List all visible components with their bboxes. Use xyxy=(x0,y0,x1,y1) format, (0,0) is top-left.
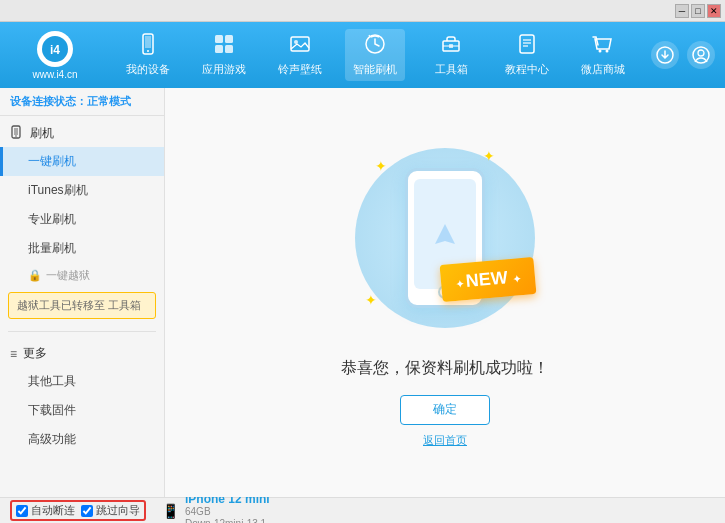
sparkle-2: ✦ xyxy=(483,148,495,164)
nav-tutorial-label: 教程中心 xyxy=(505,62,549,77)
new-badge-text: NEW xyxy=(465,267,509,291)
sidebar-item-one-click[interactable]: 一键刷机 xyxy=(0,147,164,176)
skip-wizard-checkbox[interactable] xyxy=(81,505,93,517)
sidebar-flash-header[interactable]: 刷机 xyxy=(0,120,164,147)
sidebar-more-section: ≡ 更多 其他工具 下载固件 高级功能 xyxy=(0,336,164,458)
nav-tutorial[interactable]: 教程中心 xyxy=(497,29,557,81)
maximize-button[interactable]: □ xyxy=(691,4,705,18)
device-phone-icon: 📱 xyxy=(162,503,179,519)
nav-tools-label: 工具箱 xyxy=(435,62,468,77)
wallpaper-icon xyxy=(289,33,311,60)
tools-icon xyxy=(440,33,462,60)
device-sub-info: 64GB Down-12mini-13,1 xyxy=(185,506,270,524)
minimize-button[interactable]: ─ xyxy=(675,4,689,18)
nav-wallpaper[interactable]: 铃声壁纸 xyxy=(270,29,330,81)
batch-label: 批量刷机 xyxy=(28,240,76,257)
checkbox-highlight-box: 自动断连 跳过向导 xyxy=(10,500,146,521)
advanced-label: 高级功能 xyxy=(28,431,76,448)
nav-apps[interactable]: 应用游戏 xyxy=(194,29,254,81)
nav-tools[interactable]: 工具箱 xyxy=(421,29,481,81)
main-layout: 设备连接状态：正常模式 刷机 一键刷机 iTunes刷机 xyxy=(0,88,725,497)
logo[interactable]: i4 www.i4.cn xyxy=(10,31,100,80)
apps-icon xyxy=(213,33,235,60)
close-button[interactable]: ✕ xyxy=(707,4,721,18)
itunes-label: iTunes刷机 xyxy=(28,182,88,199)
nav-weidian[interactable]: 微店商城 xyxy=(573,29,633,81)
sidebar-item-itunes[interactable]: iTunes刷机 xyxy=(0,176,164,205)
svg-point-4 xyxy=(147,50,149,52)
svg-point-10 xyxy=(294,40,298,44)
nav-bar: 我的设备 应用游戏 铃声壁纸 xyxy=(110,29,641,81)
svg-point-26 xyxy=(15,135,17,137)
svg-rect-8 xyxy=(225,45,233,53)
one-click-label: 一键刷机 xyxy=(28,153,76,170)
bottom-bar: 自动断连 跳过向导 📱 iPhone 12 mini 64GB Down-12m… xyxy=(0,497,725,523)
sidebar-item-advanced[interactable]: 高级功能 xyxy=(0,425,164,454)
success-message: 恭喜您，保资料刷机成功啦！ xyxy=(341,358,549,379)
download-fw-label: 下载固件 xyxy=(28,402,76,419)
auto-close-checkbox[interactable] xyxy=(16,505,28,517)
svg-point-23 xyxy=(698,50,704,56)
svg-point-19 xyxy=(598,50,601,53)
sidebar: 设备连接状态：正常模式 刷机 一键刷机 iTunes刷机 xyxy=(0,88,165,497)
sparkle-1: ✦ xyxy=(375,158,387,174)
nav-weidian-label: 微店商城 xyxy=(581,62,625,77)
other-tools-label: 其他工具 xyxy=(28,373,76,390)
lock-icon: 🔒 xyxy=(28,269,42,282)
svg-rect-15 xyxy=(520,35,534,53)
nav-wallpaper-label: 铃声壁纸 xyxy=(278,62,322,77)
svg-rect-25 xyxy=(14,128,18,135)
nav-smart[interactable]: 智能刷机 xyxy=(345,29,405,81)
sidebar-notice: 越狱工具已转移至 工具箱 xyxy=(8,292,156,319)
title-bar: ─ □ ✕ xyxy=(0,0,725,22)
svg-rect-5 xyxy=(215,35,223,43)
sidebar-more-header[interactable]: ≡ 更多 xyxy=(0,340,164,367)
new-badge: NEW xyxy=(440,256,537,301)
locked-label: 一键越狱 xyxy=(46,268,90,283)
confirm-button[interactable]: 确定 xyxy=(400,395,490,425)
retry-link[interactable]: 返回首页 xyxy=(423,433,467,448)
logo-icon: i4 xyxy=(37,31,73,67)
nav-apps-label: 应用游戏 xyxy=(202,62,246,77)
status-label: 设备连接状态： xyxy=(10,95,87,107)
tutorial-icon xyxy=(516,33,538,60)
sidebar-item-pro[interactable]: 专业刷机 xyxy=(0,205,164,234)
flash-section-label: 刷机 xyxy=(30,125,54,142)
nav-device[interactable]: 我的设备 xyxy=(118,29,178,81)
svg-rect-3 xyxy=(145,36,151,48)
status-value: 正常模式 xyxy=(87,95,131,107)
weidian-icon xyxy=(592,33,614,60)
skip-wizard-label[interactable]: 跳过向导 xyxy=(96,503,140,518)
sparkle-3: ✦ xyxy=(365,292,377,308)
skip-wizard-checkbox-item[interactable]: 跳过向导 xyxy=(81,503,140,518)
content-area: ✦ ✦ ✦ NEW 恭喜您，保资料刷机成功啦！ 确定 返回首页 xyxy=(165,88,725,497)
nav-device-label: 我的设备 xyxy=(126,62,170,77)
nav-smart-label: 智能刷机 xyxy=(353,62,397,77)
more-section-icon: ≡ xyxy=(10,347,17,361)
auto-close-label[interactable]: 自动断连 xyxy=(31,503,75,518)
svg-point-20 xyxy=(605,50,608,53)
auto-close-checkbox-item[interactable]: 自动断连 xyxy=(16,503,75,518)
connection-status: 设备连接状态：正常模式 xyxy=(0,88,164,116)
svg-rect-7 xyxy=(215,45,223,53)
svg-rect-6 xyxy=(225,35,233,43)
smart-icon xyxy=(364,33,386,60)
svg-text:i4: i4 xyxy=(50,43,60,57)
sidebar-divider xyxy=(8,331,156,332)
sidebar-item-other-tools[interactable]: 其他工具 xyxy=(0,367,164,396)
header: i4 www.i4.cn 我的设备 xyxy=(0,22,725,88)
logo-text: www.i4.cn xyxy=(32,69,77,80)
flash-section-icon xyxy=(10,125,24,142)
pro-label: 专业刷机 xyxy=(28,211,76,228)
more-section-label: 更多 xyxy=(23,345,47,362)
nav-right xyxy=(651,41,715,69)
sidebar-item-download-fw[interactable]: 下载固件 xyxy=(0,396,164,425)
device-section: 自动断连 跳过向导 xyxy=(10,500,146,521)
device-icon xyxy=(137,33,159,60)
user-button[interactable] xyxy=(687,41,715,69)
sidebar-item-batch[interactable]: 批量刷机 xyxy=(0,234,164,263)
sidebar-locked-jailbreak: 🔒 一键越狱 xyxy=(0,263,164,288)
sidebar-flash-section: 刷机 一键刷机 iTunes刷机 专业刷机 批量刷机 🔒 一键越狱 越狱工具已转… xyxy=(0,116,164,327)
window-controls[interactable]: ─ □ ✕ xyxy=(675,4,721,18)
download-button[interactable] xyxy=(651,41,679,69)
